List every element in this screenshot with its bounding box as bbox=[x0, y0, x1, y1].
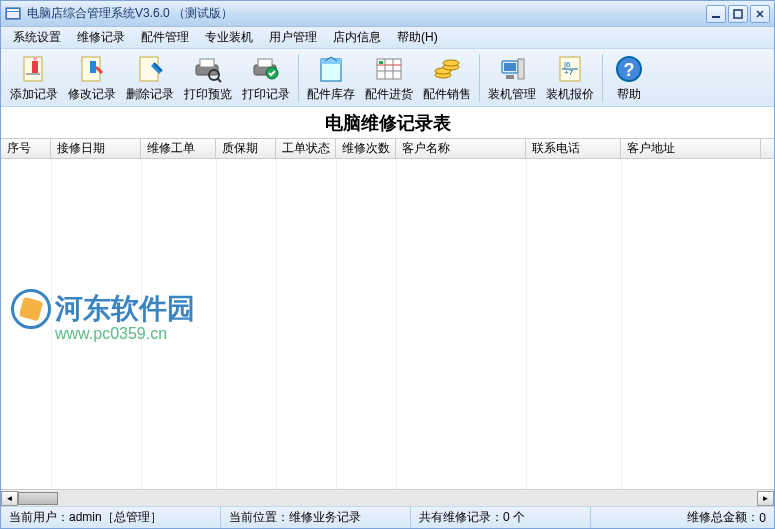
assembly-mgmt-button[interactable]: 装机管理 bbox=[483, 52, 541, 104]
toolbar-label: 配件库存 bbox=[307, 86, 355, 103]
print-record-button[interactable]: 打印记录 bbox=[237, 52, 295, 104]
toolbar-label: 配件销售 bbox=[423, 86, 471, 103]
toolbar-separator bbox=[602, 54, 603, 102]
assembly-mgmt-icon bbox=[496, 53, 528, 85]
parts-inventory-button[interactable]: 配件库存 bbox=[302, 52, 360, 104]
toolbar-label: 装机管理 bbox=[488, 86, 536, 103]
toolbar-label: 配件进货 bbox=[365, 86, 413, 103]
col-phone[interactable]: 联系电话 bbox=[526, 139, 621, 158]
status-location-label: 当前位置： bbox=[229, 509, 289, 526]
svg-rect-4 bbox=[734, 10, 742, 18]
horizontal-scrollbar[interactable]: ◄ ► bbox=[1, 489, 774, 506]
delete-record-button[interactable]: 删除记录 bbox=[121, 52, 179, 104]
toolbar-label: 修改记录 bbox=[68, 86, 116, 103]
toolbar: 添加记录 修改记录 删除记录 打印预览 打印记录 配件库存 配件进货 bbox=[1, 49, 774, 107]
status-total-amount: 维修总金额： 0 bbox=[591, 507, 774, 528]
status-location-value: 维修业务记录 bbox=[289, 509, 361, 526]
svg-rect-3 bbox=[712, 16, 720, 18]
toolbar-label: 装机报价 bbox=[546, 86, 594, 103]
table-body: 河东软件园 www.pc0359.cn bbox=[1, 159, 774, 489]
toolbar-separator bbox=[298, 54, 299, 102]
purchase-icon bbox=[373, 53, 405, 85]
delete-record-icon bbox=[134, 53, 166, 85]
app-icon bbox=[5, 6, 21, 22]
print-record-icon bbox=[250, 53, 282, 85]
svg-point-7 bbox=[33, 57, 37, 61]
app-window: 电脑店综合管理系统V3.6.0 （测试版） 系统设置 维修记录 配件管理 专业装… bbox=[0, 0, 775, 529]
svg-point-29 bbox=[443, 60, 459, 66]
menu-system-settings[interactable]: 系统设置 bbox=[5, 27, 69, 48]
scroll-thumb[interactable] bbox=[18, 492, 58, 505]
help-button[interactable]: ? 帮助 bbox=[606, 52, 652, 104]
svg-rect-25 bbox=[379, 61, 383, 64]
inventory-icon bbox=[315, 53, 347, 85]
menu-help[interactable]: 帮助(H) bbox=[389, 27, 446, 48]
menubar: 系统设置 维修记录 配件管理 专业装机 用户管理 店内信息 帮助(H) bbox=[1, 27, 774, 49]
parts-purchase-button[interactable]: 配件进货 bbox=[360, 52, 418, 104]
table-area: 序号 接修日期 维修工单 质保期 工单状态 维修次数 客户名称 联系电话 客户地… bbox=[1, 139, 774, 489]
status-user-label: 当前用户： bbox=[9, 509, 69, 526]
maximize-button[interactable] bbox=[728, 5, 748, 23]
svg-rect-32 bbox=[506, 75, 514, 79]
statusbar: 当前用户： admin［总管理］ 当前位置： 维修业务记录 共有维修记录： 0 … bbox=[1, 506, 774, 528]
col-order-status[interactable]: 工单状态 bbox=[276, 139, 336, 158]
watermark-url: www.pc0359.cn bbox=[55, 325, 195, 343]
svg-rect-6 bbox=[32, 61, 38, 73]
status-user-value: admin［总管理］ bbox=[69, 509, 162, 526]
status-current-user: 当前用户： admin［总管理］ bbox=[1, 507, 221, 528]
svg-text:?: ? bbox=[624, 60, 635, 80]
col-seq[interactable]: 序号 bbox=[1, 139, 51, 158]
edit-record-button[interactable]: 修改记录 bbox=[63, 52, 121, 104]
table-header: 序号 接修日期 维修工单 质保期 工单状态 维修次数 客户名称 联系电话 客户地… bbox=[1, 139, 774, 159]
print-preview-icon bbox=[192, 53, 224, 85]
print-preview-button[interactable]: 打印预览 bbox=[179, 52, 237, 104]
assembly-quote-button[interactable]: |6+7 装机报价 bbox=[541, 52, 599, 104]
watermark-text: 河东软件园 bbox=[55, 290, 195, 328]
col-work-order[interactable]: 维修工单 bbox=[141, 139, 216, 158]
watermark-logo-icon bbox=[11, 289, 51, 329]
parts-sales-button[interactable]: 配件销售 bbox=[418, 52, 476, 104]
status-current-location: 当前位置： 维修业务记录 bbox=[221, 507, 411, 528]
menu-parts-mgmt[interactable]: 配件管理 bbox=[133, 27, 197, 48]
col-address[interactable]: 客户地址 bbox=[621, 139, 761, 158]
svg-rect-31 bbox=[504, 63, 516, 71]
menu-user-mgmt[interactable]: 用户管理 bbox=[261, 27, 325, 48]
status-record-count: 共有维修记录： 0 个 bbox=[411, 507, 591, 528]
menu-pro-assembly[interactable]: 专业装机 bbox=[197, 27, 261, 48]
toolbar-label: 打印预览 bbox=[184, 86, 232, 103]
svg-rect-1 bbox=[7, 9, 19, 11]
sales-icon bbox=[431, 53, 463, 85]
scroll-track[interactable] bbox=[18, 491, 757, 506]
scroll-left-button[interactable]: ◄ bbox=[1, 491, 18, 506]
edit-record-icon bbox=[76, 53, 108, 85]
window-controls bbox=[706, 5, 770, 23]
menu-store-info[interactable]: 店内信息 bbox=[325, 27, 389, 48]
assembly-quote-icon: |6+7 bbox=[554, 53, 586, 85]
col-customer-name[interactable]: 客户名称 bbox=[396, 139, 526, 158]
titlebar: 电脑店综合管理系统V3.6.0 （测试版） bbox=[1, 1, 774, 27]
add-record-icon bbox=[18, 53, 50, 85]
toolbar-label: 删除记录 bbox=[126, 86, 174, 103]
watermark: 河东软件园 www.pc0359.cn bbox=[11, 289, 195, 343]
status-count-value: 0 个 bbox=[503, 509, 525, 526]
scroll-right-button[interactable]: ► bbox=[757, 491, 774, 506]
add-record-button[interactable]: 添加记录 bbox=[5, 52, 63, 104]
svg-rect-33 bbox=[518, 59, 524, 79]
status-total-label: 维修总金额： bbox=[687, 509, 759, 526]
col-repair-count[interactable]: 维修次数 bbox=[336, 139, 396, 158]
content-title: 电脑维修记录表 bbox=[1, 107, 774, 139]
svg-rect-10 bbox=[90, 61, 96, 73]
svg-rect-2 bbox=[7, 12, 19, 18]
status-count-label: 共有维修记录： bbox=[419, 509, 503, 526]
toolbar-label: 帮助 bbox=[617, 86, 641, 103]
status-total-value: 0 bbox=[759, 511, 766, 525]
toolbar-label: 打印记录 bbox=[242, 86, 290, 103]
svg-rect-16 bbox=[258, 59, 272, 67]
col-warranty[interactable]: 质保期 bbox=[216, 139, 276, 158]
menu-repair-records[interactable]: 维修记录 bbox=[69, 27, 133, 48]
close-button[interactable] bbox=[750, 5, 770, 23]
minimize-button[interactable] bbox=[706, 5, 726, 23]
toolbar-label: 添加记录 bbox=[10, 86, 58, 103]
window-title: 电脑店综合管理系统V3.6.0 （测试版） bbox=[27, 5, 706, 22]
col-receive-date[interactable]: 接修日期 bbox=[51, 139, 141, 158]
